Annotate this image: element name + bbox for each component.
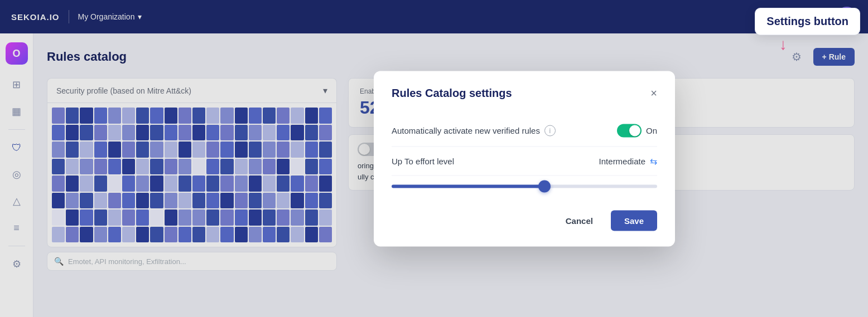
tooltip-arrow-icon: ↓: [779, 37, 787, 52]
auto-activate-toggle[interactable]: [617, 124, 642, 137]
rules-catalog-settings-modal: Rules Catalog settings × Automatically a…: [374, 71, 675, 246]
modal-close-button[interactable]: ×: [650, 87, 657, 99]
tooltip-text: Settings button: [766, 15, 848, 27]
effort-level-value: Intermediate: [599, 156, 645, 165]
effort-level-label: Up To effort level: [392, 156, 454, 165]
auto-activate-label-container: Automatically activate new verified rule…: [392, 125, 556, 136]
effort-icon: ⇆: [650, 155, 657, 166]
modal-footer: Cancel Save: [392, 210, 657, 231]
modal-title: Rules Catalog settings: [392, 86, 512, 99]
info-icon[interactable]: i: [544, 125, 556, 136]
effort-level-row: Up To effort level Intermediate ⇆: [392, 147, 657, 175]
settings-tooltip-bubble: Settings button ↓: [755, 8, 860, 35]
cancel-button[interactable]: Cancel: [554, 210, 604, 231]
auto-activate-row: Automatically activate new verified rule…: [392, 115, 657, 147]
toggle-on-label: On: [646, 126, 657, 135]
toggle-container: On: [617, 124, 657, 137]
slider-container: [392, 175, 657, 201]
effort-value-container: Intermediate ⇆: [599, 155, 657, 166]
auto-activate-label: Automatically activate new verified rule…: [392, 126, 540, 135]
modal-header: Rules Catalog settings ×: [392, 86, 657, 99]
save-button[interactable]: Save: [611, 210, 657, 231]
effort-slider[interactable]: [392, 184, 657, 188]
